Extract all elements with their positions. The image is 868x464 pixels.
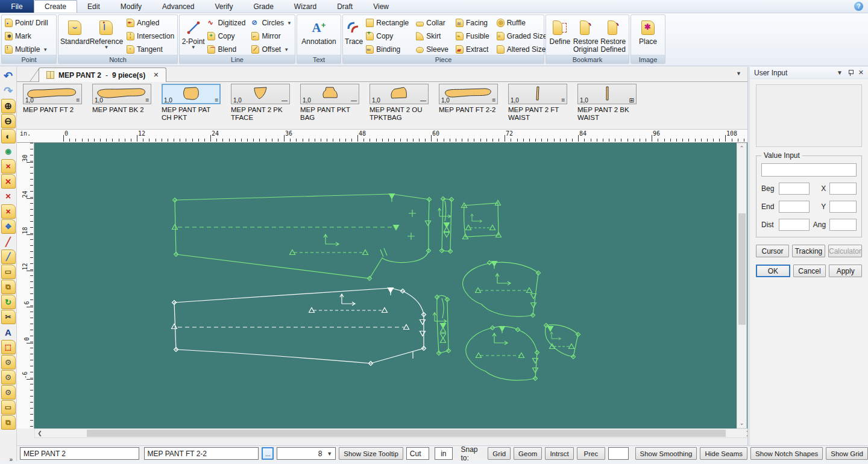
zoom-selected-icon[interactable]: ⊙ [1, 370, 16, 384]
rotate-piece-icon[interactable]: ↻ [1, 295, 16, 309]
end-field[interactable] [779, 201, 810, 213]
tangent-notch-button[interactable]: ◔Tangent [125, 43, 175, 56]
restore-original-button[interactable]: ↶ Restore Original [572, 16, 600, 54]
menu-tab-draft[interactable]: Draft [327, 0, 363, 13]
help-icon[interactable]: ? [854, 2, 863, 11]
copy-piece-button[interactable]: +Copy [365, 30, 410, 43]
delete-point-icon[interactable]: ✕ [1, 204, 16, 219]
menu-tab-advanced[interactable]: Advanced [152, 0, 204, 13]
bookmark-define-icon[interactable]: ⬚ [1, 340, 16, 354]
panel-dropdown-icon[interactable]: ▼ [837, 69, 843, 76]
menu-tab-grade[interactable]: Grade [243, 0, 283, 13]
menu-tab-modify[interactable]: Modify [110, 0, 152, 13]
ok-button[interactable]: OK [756, 265, 790, 277]
piece-thumbnail[interactable]: 1,0=MEP PANT BK 2 [92, 84, 151, 129]
multiple-button[interactable]: ⁞Multiple▼ [4, 43, 49, 56]
binding-piece-button[interactable]: ⇐Binding [365, 43, 410, 56]
piece-name-input[interactable]: MEP PANT FT 2-2 [144, 447, 259, 460]
value-input-field[interactable] [761, 163, 857, 177]
dist-field[interactable] [779, 219, 810, 231]
intersection-notch-button[interactable]: ¦Intersection [125, 30, 175, 43]
scroll-left-icon[interactable]: ❮ [35, 429, 45, 437]
delete-line-icon[interactable]: ✕ [1, 189, 16, 204]
facing-piece-button[interactable]: ≋Facing [454, 16, 491, 30]
cancel-button[interactable]: Cancel [793, 265, 826, 277]
hide-seams-button[interactable]: Hide Seams [700, 447, 747, 460]
annotation-button[interactable]: A+ Annotation [299, 16, 339, 54]
piece-thumbnail[interactable]: 1,0⊞MEP PANT 2 BK WAIST [577, 84, 637, 129]
seam-toggle-icon[interactable]: ▭ [1, 400, 16, 415]
define-bookmark-button[interactable]: Define [548, 16, 572, 54]
y-field[interactable] [829, 201, 857, 213]
rectangle-piece-button[interactable]: Rectangle [365, 16, 410, 30]
zoom-in-icon[interactable]: ⊕ [1, 99, 16, 113]
reference-notch-button[interactable]: •| Reference▼ [90, 16, 123, 54]
vertical-scrollbar[interactable]: ⌃ ⌄ [737, 143, 747, 428]
measure-icon[interactable]: ╱ [1, 249, 16, 264]
snap-geom-button[interactable]: Geom [514, 447, 542, 460]
annotate-icon[interactable]: A [1, 325, 16, 339]
browse-button[interactable]: ... [262, 447, 274, 460]
beg-field[interactable] [779, 183, 810, 195]
graded-size-button[interactable]: ≡Graded Size [495, 30, 549, 43]
scroll-up-icon[interactable]: ⌃ [737, 143, 746, 153]
size-dropdown[interactable]: 8 ▼ [277, 447, 336, 460]
trace-button[interactable]: Trace [345, 16, 363, 54]
piece-thumbnail[interactable]: 1,0—MEP PANT PKT BAG [300, 84, 359, 129]
snap-grid-button[interactable]: Grid [488, 447, 511, 460]
seam-allowance-icon[interactable]: ▭ [1, 265, 16, 279]
ang-field[interactable] [829, 219, 857, 231]
tracking-button[interactable]: Tracking [792, 245, 825, 257]
piece-thumbnail[interactable]: 1,0—MEP PANT 2 OU TPKTBAG [370, 84, 429, 129]
thumbnail-list-dropdown-icon[interactable]: ▼ [736, 71, 741, 77]
move-piece-icon[interactable]: ✥ [1, 219, 16, 234]
canvas[interactable] [34, 143, 753, 428]
cut-input[interactable]: Cut [406, 447, 429, 460]
piece-thumbnail[interactable]: 1,0=MEP PANT FT 2-2 [439, 84, 498, 129]
point-drill-button[interactable]: •Point/ Drill [4, 16, 49, 30]
copy-line-button[interactable]: +Copy [206, 30, 247, 43]
pin-icon[interactable] [848, 70, 853, 76]
copy-stack-icon[interactable]: ⧉ [1, 415, 16, 430]
snap-intrsct-button[interactable]: Intrsct [545, 447, 573, 460]
ruffle-piece-button[interactable]: ◎Ruffle [495, 16, 549, 30]
offset-button[interactable]: ⟋Offset▼ [250, 43, 293, 56]
altered-size-button[interactable]: Altered Size [495, 43, 549, 56]
file-menu-button[interactable]: File [0, 0, 34, 13]
split-piece-icon[interactable]: ✂ [1, 310, 16, 324]
cursor-button[interactable]: Cursor [756, 245, 789, 257]
menu-tab-verify[interactable]: Verify [204, 0, 243, 13]
skirt-piece-button[interactable]: Skirt [415, 30, 450, 43]
panel-close-icon[interactable]: ✕ [858, 69, 864, 77]
piece-thumbnail[interactable]: 1,0=MEP PANT 2 FT WAIST [508, 84, 567, 129]
zoom-all-icon[interactable]: ⊙ [1, 385, 16, 400]
point-options-icon[interactable]: ◉ [1, 144, 16, 158]
close-icon[interactable]: ✕ [153, 71, 159, 79]
delete-notch-icon[interactable]: ✕ [1, 159, 16, 174]
zoom-out-icon[interactable]: ⊖ [1, 114, 16, 128]
create-line-icon[interactable]: ╱ [1, 234, 16, 249]
model-name-input[interactable]: MEP PANT 2 [20, 447, 139, 460]
blend-line-button[interactable]: ⌒Blend [206, 43, 247, 56]
redo-icon[interactable]: ↷ [1, 84, 16, 98]
restore-defined-button[interactable]: ↶ Restore Defined [599, 16, 627, 54]
place-image-button[interactable]: ✱ Place [633, 16, 663, 54]
fusible-piece-button[interactable]: ⌁Fusible [454, 30, 491, 43]
menu-tab-edit[interactable]: Edit [77, 0, 110, 13]
calculator-button[interactable]: Calculator [828, 245, 862, 257]
apply-button[interactable]: Apply [829, 265, 862, 277]
copy-piece-icon[interactable]: ⧉ [1, 280, 16, 294]
piece-thumbnail[interactable]: 1,0=MEP PANT FT 2 [23, 84, 82, 129]
horizontal-scroll-thumb[interactable] [87, 430, 726, 437]
document-tab[interactable]: MEP PANT 2 - 9 piece(s) ✕ [39, 67, 166, 82]
collar-piece-button[interactable]: Collar [415, 16, 450, 30]
sleeve-piece-button[interactable]: Sleeve [415, 43, 450, 56]
extract-piece-button[interactable]: ▰Extract [454, 43, 491, 56]
snap-value-input[interactable] [608, 447, 628, 460]
zoom-window-icon[interactable]: ◐ [1, 129, 16, 143]
scroll-down-icon[interactable]: ⌄ [737, 418, 746, 428]
show-size-tooltip-button[interactable]: Show Size Tooltip [339, 447, 403, 460]
x-field[interactable] [829, 183, 857, 195]
horizontal-scrollbar[interactable]: ❮ ❯ [34, 428, 753, 438]
menu-tab-wizard[interactable]: Wizard [284, 0, 327, 13]
